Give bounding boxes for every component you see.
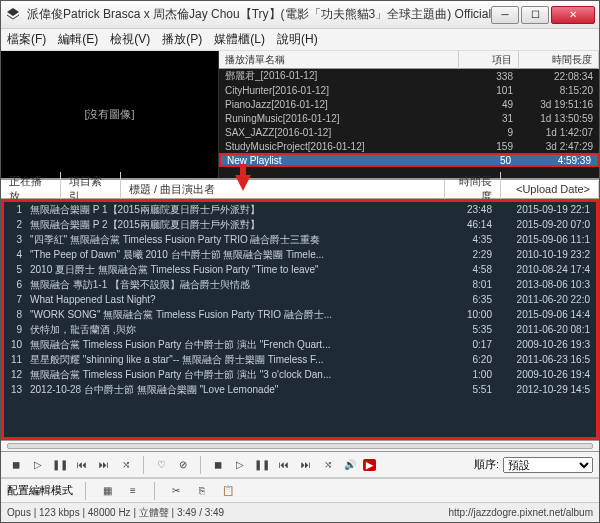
col-count[interactable]: 項目 [459,51,519,69]
layout-edit-label[interactable]: 配置編輯模式 [7,483,73,498]
menu-library[interactable]: 媒體櫃(L) [214,31,265,48]
menu-view[interactable]: 檢視(V) [110,31,150,48]
source-url: http://jazzdogre.pixnet.net/album [448,507,593,518]
playlist-manager[interactable]: 播放清單名稱 項目 時間長度 鄧麗君_[2016-01-12]33822:08:… [219,51,599,178]
stop-button[interactable]: ◼ [7,456,25,474]
track-row[interactable]: 11星星般閃耀 "shinning like a star"-- 無限融合 爵士… [4,352,596,367]
track-row[interactable]: 8"WORK SONG" 無限融合黨 Timeless Fusion Party… [4,307,596,322]
bottom-toolbar: 配置編輯模式 ▦ ≡ ✂ ⎘ 📋 [1,478,599,502]
playlist-row[interactable]: CityHunter[2016-01-12]1018:15:20 [219,83,599,97]
play-button[interactable]: ▷ [29,456,47,474]
playlist-row[interactable]: SAX_JAZZ[2016-01-12]91d 1:42:07 [219,125,599,139]
menubar: 檔案(F) 編輯(E) 檢視(V) 播放(P) 媒體櫃(L) 說明(H) [1,29,599,51]
track-row[interactable]: 132012-10-28 台中爵士節 無限融合樂團 "Love Lemonade… [4,382,596,397]
playlist-row[interactable]: 鄧麗君_[2016-01-12]33822:08:34 [219,69,599,83]
window-title: 派偉俊Patrick Brasca x 周杰倫Jay Chou【Try】(電影「… [27,6,491,23]
playback-controls: ◼ ▷ ❚❚ ⏮ ⏭ ⤭ ♡ ⊘ ◼ ▷ ❚❚ ⏮ ⏭ ⤭ 🔊 ▶ 順序: 預設 [1,452,599,478]
close-button[interactable]: ✕ [551,6,595,24]
menu-help[interactable]: 說明(H) [277,31,318,48]
seek-bar[interactable] [1,440,599,452]
album-art: [沒有圖像] [1,51,219,178]
cut-icon[interactable]: ✂ [167,482,185,500]
annotation-arrow-head [235,175,251,191]
order-select[interactable]: 預設 [503,457,593,473]
minimize-button[interactable]: ─ [491,6,519,24]
menu-edit[interactable]: 編輯(E) [58,31,98,48]
col-length[interactable]: 時間長度 [519,51,599,69]
track-row[interactable]: 7What Happened Last Night?6:352011-06-20… [4,292,596,307]
random-button[interactable]: ⤭ [117,456,135,474]
maximize-button[interactable]: ☐ [521,6,549,24]
track-row[interactable]: 12無限融合黨 Timeless Fusion Party 台中爵士節 演出 "… [4,367,596,382]
track-row[interactable]: 6無限融合 專訪1-1 【音樂不設限】融合爵士與情感8:012013-08-06… [4,277,596,292]
next2-button[interactable]: ⏭ [297,456,315,474]
track-row[interactable]: 3"四季紅" 無限融合黨 Timeless Fusion Party TRIO … [4,232,596,247]
playlist-row[interactable]: StudyMusicProject[2016-01-12]1593d 2:47:… [219,139,599,153]
menu-play[interactable]: 播放(P) [162,31,202,48]
next-button[interactable]: ⏭ [95,456,113,474]
app-icon [5,7,21,23]
menu-file[interactable]: 檔案(F) [7,31,46,48]
track-row[interactable]: 4"The Peep of Dawn" 晨曦 2010 台中爵士節 無限融合樂團… [4,247,596,262]
track-row[interactable]: 52010 夏日爵士 無限融合黨 Timeless Fusion Party "… [4,262,596,277]
col-name[interactable]: 播放清單名稱 [219,51,459,69]
track-row[interactable]: 10無限融合黨 Timeless Fusion Party 台中爵士節 演出 "… [4,337,596,352]
track-row[interactable]: 2無限融合樂團 P 2【2015兩廳院夏日爵士戶外派對】46:142015-09… [4,217,596,232]
order-label: 順序: [474,457,499,472]
col-title[interactable]: 標題 / 曲目演出者 [121,180,445,199]
volume-button[interactable]: 🔊 [341,456,359,474]
track-row[interactable]: 1無限融合樂團 P 1【2015兩廳院夏日爵士戶外派對】23:482015-09… [4,202,596,217]
copy-icon[interactable]: ⎘ [193,482,211,500]
grid-icon[interactable]: ▦ [98,482,116,500]
pause-button[interactable]: ❚❚ [51,456,69,474]
heart-icon[interactable]: ♡ [152,456,170,474]
random2-button[interactable]: ⤭ [319,456,337,474]
pause2-button[interactable]: ❚❚ [253,456,271,474]
stop2-button[interactable]: ◼ [209,456,227,474]
playlist-row[interactable]: RuningMusic[2016-01-12]311d 13:50:59 [219,111,599,125]
titlebar: 派偉俊Patrick Brasca x 周杰倫Jay Chou【Try】(電影「… [1,1,599,29]
col-upload[interactable]: <Upload Date> [501,181,599,197]
track-row[interactable]: 9伏特加，龍舌蘭酒 ,與妳5:352011-06-20 08:1 [4,322,596,337]
prev2-button[interactable]: ⏮ [275,456,293,474]
paste-icon[interactable]: 📋 [219,482,237,500]
track-columns: 正在播放 項目索引 標題 / 曲目演出者 時間長度 <Upload Date> [1,179,599,199]
audio-info: Opus | 123 kbps | 48000 Hz | 立體聲 | 3:49 … [7,506,224,520]
no-image-label: [沒有圖像] [84,107,134,122]
playlist-header: 播放清單名稱 項目 時間長度 [219,51,599,69]
status-bar: Opus | 123 kbps | 48000 Hz | 立體聲 | 3:49 … [1,502,599,522]
mix-icon[interactable]: ≡ [124,482,142,500]
ban-icon[interactable]: ⊘ [174,456,192,474]
track-list[interactable]: 1無限融合樂團 P 1【2015兩廳院夏日爵士戶外派對】23:482015-09… [1,199,599,440]
prev-button[interactable]: ⏮ [73,456,91,474]
playlist-row[interactable]: New Playlist504:59:39 [219,153,599,167]
play2-button[interactable]: ▷ [231,456,249,474]
youtube-icon[interactable]: ▶ [363,459,376,471]
playlist-row[interactable]: PianoJazz[2016-01-12]493d 19:51:16 [219,97,599,111]
